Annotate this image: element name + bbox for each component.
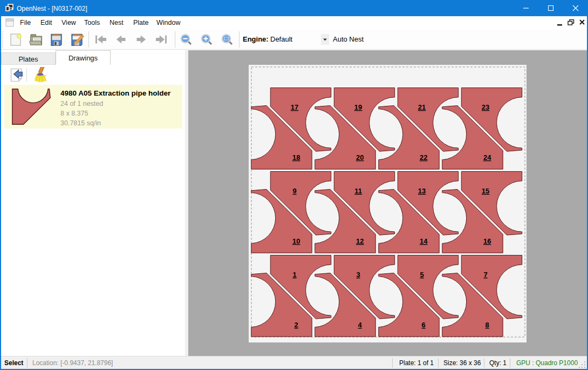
svg-text:7: 7: [483, 271, 487, 279]
svg-text:18: 18: [292, 153, 300, 162]
svg-text:20: 20: [356, 153, 364, 162]
svg-text:15: 15: [482, 187, 489, 195]
svg-text:14: 14: [420, 237, 428, 245]
svg-text:17: 17: [291, 103, 298, 111]
svg-text:11: 11: [354, 187, 362, 195]
svg-text:13: 13: [418, 187, 426, 195]
svg-text:1: 1: [292, 271, 296, 279]
svg-text:6: 6: [422, 321, 426, 329]
svg-text:24: 24: [483, 153, 491, 162]
svg-text:19: 19: [354, 103, 362, 111]
svg-text:4: 4: [358, 321, 363, 329]
svg-text:3: 3: [356, 271, 360, 279]
svg-text:16: 16: [483, 237, 491, 245]
svg-text:23: 23: [482, 103, 489, 111]
svg-text:22: 22: [420, 153, 427, 162]
svg-text:21: 21: [418, 103, 426, 111]
svg-text:5: 5: [420, 271, 423, 279]
svg-text:2: 2: [295, 321, 298, 329]
svg-text:8: 8: [486, 321, 489, 329]
svg-text:12: 12: [356, 237, 364, 245]
svg-text:9: 9: [292, 187, 296, 195]
svg-text:10: 10: [292, 237, 300, 245]
